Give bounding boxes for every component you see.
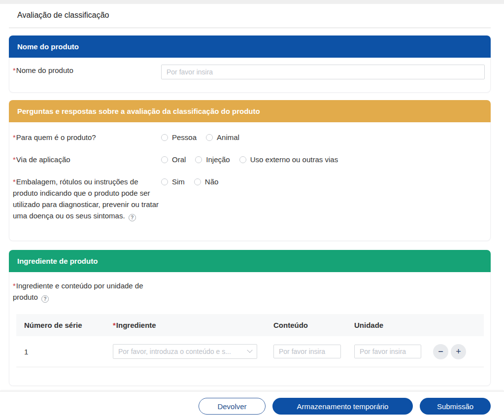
ingredients-table-header: Número de série *Ingrediente Conteúdo Un…	[16, 314, 484, 336]
minus-icon: −	[438, 347, 443, 356]
form-page: Avaliação de classificação Nome do produ…	[0, 4, 504, 386]
product-name-card-header: Nome do produto	[9, 35, 491, 58]
radio-circle-icon	[161, 156, 168, 163]
column-header-content: Conteúdo	[273, 321, 354, 329]
ingredient-field-label: *Ingrediente e conteúdo por unidade de p…	[9, 280, 157, 303]
temp-storage-button[interactable]: Armazenamento temporário	[272, 398, 413, 415]
radio-animal[interactable]: Animal	[206, 133, 239, 141]
radio-nao[interactable]: Não	[194, 177, 219, 186]
radio-oral[interactable]: Oral	[161, 155, 186, 164]
radio-circle-icon	[161, 178, 168, 185]
question-route-label: *Via de aplicação	[9, 154, 161, 165]
chevron-down-icon	[247, 348, 252, 353]
radio-sim[interactable]: Sim	[161, 177, 185, 186]
questions-card-header: Perguntas e respostas sobre a avaliação …	[9, 100, 491, 122]
help-icon[interactable]: ?	[41, 295, 49, 303]
ingredients-card-title: Ingrediente de produto	[17, 257, 98, 265]
radio-circle-icon	[239, 156, 246, 163]
title-divider	[9, 28, 491, 28]
radio-pessoa[interactable]: Pessoa	[161, 133, 197, 141]
question-row-packaging: *Embalagem, rótulos ou instruções de pro…	[9, 176, 490, 221]
plus-icon: +	[456, 347, 461, 356]
radio-uso-externo[interactable]: Uso externo ou outras vias	[239, 155, 338, 164]
unit-input[interactable]	[354, 345, 421, 358]
ingredients-card-header: Ingrediente de produto	[9, 250, 491, 272]
radio-circle-icon	[195, 156, 202, 163]
return-button[interactable]: Devolver	[199, 398, 266, 415]
remove-row-button[interactable]: −	[433, 344, 448, 359]
ingredients-card: Ingrediente de produto *Ingrediente e co…	[9, 250, 491, 386]
ingredient-select[interactable]: Por favor, introduza o conteúdo e s...	[113, 344, 257, 359]
serial-number-cell: 1	[16, 348, 113, 356]
question-row-target: *Para quem é o produto? Pessoa Animal	[9, 132, 490, 143]
product-name-input[interactable]	[161, 65, 485, 79]
questions-card: Perguntas e respostas sobre a avaliação …	[9, 100, 491, 241]
footer-action-bar: Devolver Armazenamento temporário Submis…	[0, 391, 504, 420]
product-name-card-title: Nome do produto	[17, 42, 79, 51]
product-name-card: Nome do produto *Nome do produto	[9, 35, 491, 93]
ingredients-table: Número de série *Ingrediente Conteúdo Un…	[16, 314, 484, 367]
column-header-ingredient: *Ingrediente	[113, 321, 273, 329]
radio-circle-icon	[161, 134, 168, 141]
radio-circle-icon	[194, 178, 201, 185]
questions-card-title: Perguntas e respostas sobre a avaliação …	[17, 107, 260, 115]
column-header-serial: Número de série	[16, 321, 113, 329]
add-row-button[interactable]: +	[451, 344, 466, 359]
question-row-route: *Via de aplicação Oral Injeção Uso exter…	[9, 154, 490, 165]
table-row: 1 Por favor, introduza o conteúdo e s...	[16, 336, 484, 367]
ingredient-select-placeholder: Por favor, introduza o conteúdo e s...	[118, 348, 231, 355]
submit-button[interactable]: Submissão	[420, 398, 491, 415]
content-input[interactable]	[273, 345, 341, 358]
question-target-label: *Para quem é o produto?	[9, 132, 161, 143]
column-header-unit: Unidade	[354, 321, 429, 329]
radio-injecao[interactable]: Injeção	[195, 155, 230, 164]
top-strip	[0, 0, 504, 4]
help-icon[interactable]: ?	[129, 214, 136, 221]
page-title: Avaliação de classificação	[9, 4, 491, 20]
required-asterisk: *	[13, 66, 16, 74]
product-name-label: *Nome do produto	[9, 65, 161, 76]
question-packaging-label: *Embalagem, rótulos ou instruções de pro…	[9, 176, 161, 221]
radio-circle-icon	[206, 134, 213, 141]
